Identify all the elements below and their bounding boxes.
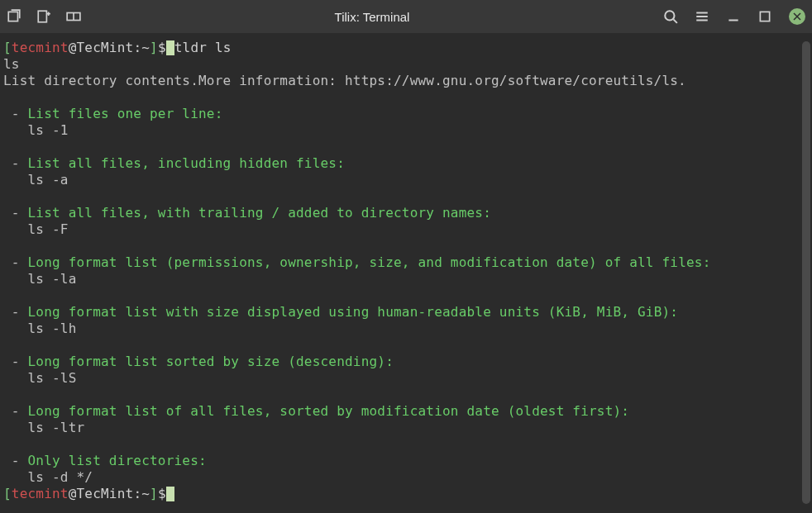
- item-cmd: ls -a: [3, 172, 809, 188]
- search-icon[interactable]: [663, 9, 678, 24]
- item-desc-text: List files one per line:: [28, 106, 223, 121]
- titlebar: Tilix: Terminal: [0, 0, 812, 33]
- titlebar-right-group: [663, 8, 805, 25]
- terminal-body[interactable]: [tecmint@TecMint:~]$ tldr ls ls List dir…: [0, 33, 812, 506]
- blank-line: [3, 337, 809, 354]
- item-cmd: ls -d */: [3, 469, 809, 486]
- svg-rect-4: [760, 12, 769, 21]
- item-desc: - Only list directories:: [3, 453, 809, 469]
- item-desc: - Long format list with size displayed u…: [3, 304, 809, 321]
- item-desc-text: Only list directories:: [28, 453, 207, 468]
- output-summary: List directory contents.More information…: [3, 73, 809, 89]
- item-cmd: ls -lS: [3, 370, 809, 387]
- item-desc-text: Long format list with size displayed usi…: [28, 304, 679, 320]
- output-name: ls: [3, 56, 809, 73]
- svg-rect-1: [38, 11, 46, 22]
- new-tab-icon[interactable]: [36, 9, 51, 24]
- minimize-icon[interactable]: [726, 9, 741, 24]
- output-items: - List files one per line: ls -1 - List …: [3, 89, 809, 486]
- item-desc: - List files one per line:: [3, 106, 809, 122]
- item-desc-text: Long format list of all files, sorted by…: [28, 403, 630, 419]
- item-desc: - List all files, including hidden files…: [3, 155, 809, 172]
- item-desc: - Long format list of all files, sorted …: [3, 403, 809, 420]
- item-desc-text: List all files, with trailing / added to…: [28, 205, 491, 221]
- item-cmd: ls -F: [3, 221, 809, 238]
- blank-line: [3, 387, 809, 403]
- item-desc: - Long format list sorted by size (desce…: [3, 354, 809, 370]
- typed-command: tldr ls: [174, 40, 232, 55]
- item-cmd: ls -lh: [3, 321, 809, 337]
- maximize-icon[interactable]: [757, 9, 772, 24]
- split-icon[interactable]: [66, 9, 81, 24]
- prompt-line-1: [tecmint@TecMint:~]$ tldr ls: [3, 40, 809, 56]
- item-desc-text: List all files, including hidden files:: [28, 155, 345, 171]
- blank-line: [3, 139, 809, 155]
- item-desc: - Long format list (permissions, ownersh…: [3, 254, 809, 271]
- menu-icon[interactable]: [695, 9, 709, 24]
- scrollbar[interactable]: [802, 41, 810, 504]
- svg-rect-0: [8, 12, 17, 21]
- item-desc: - List all files, with trailing / added …: [3, 205, 809, 221]
- item-desc-text: Long format list (permissions, ownership…: [28, 254, 711, 270]
- item-cmd: ls -1: [3, 122, 809, 139]
- item-cmd: ls -la: [3, 271, 809, 287]
- prompt-line-2: [tecmint@TecMint:~]$: [3, 486, 809, 502]
- new-window-icon[interactable]: [7, 9, 21, 24]
- blank-line: [3, 89, 809, 106]
- window-title: Tilix: Terminal: [81, 10, 663, 24]
- blank-line: [3, 238, 809, 254]
- blank-line: [3, 436, 809, 453]
- blank-line: [3, 188, 809, 205]
- blank-line: [3, 287, 809, 304]
- close-icon[interactable]: [789, 8, 805, 25]
- item-desc-text: Long format list sorted by size (descend…: [28, 354, 394, 369]
- titlebar-left-group: [7, 9, 81, 24]
- item-cmd: ls -ltr: [3, 420, 809, 436]
- svg-point-3: [665, 11, 674, 20]
